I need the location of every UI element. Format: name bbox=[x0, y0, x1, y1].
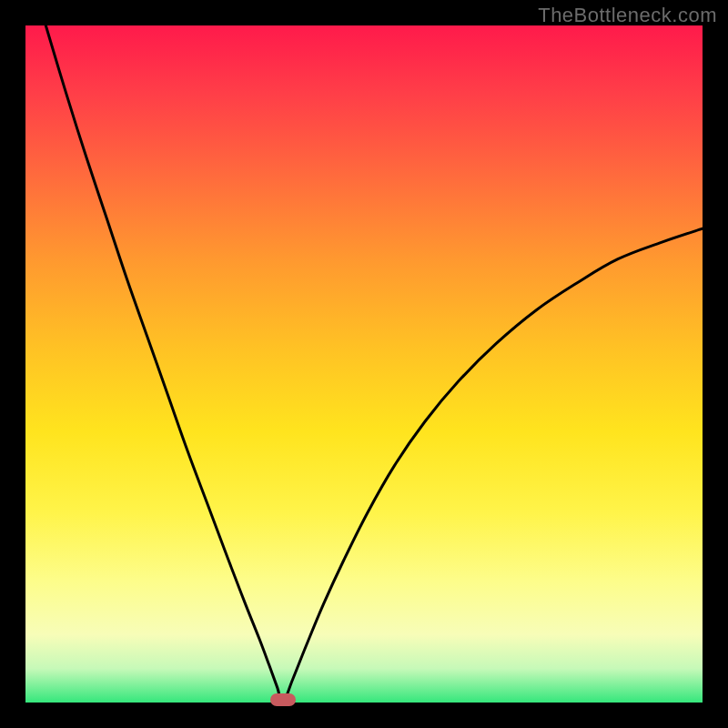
watermark-text: TheBottleneck.com bbox=[538, 4, 717, 27]
minimum-marker bbox=[270, 693, 296, 706]
chart-frame: TheBottleneck.com bbox=[0, 0, 728, 728]
bottleneck-curve bbox=[25, 25, 703, 703]
